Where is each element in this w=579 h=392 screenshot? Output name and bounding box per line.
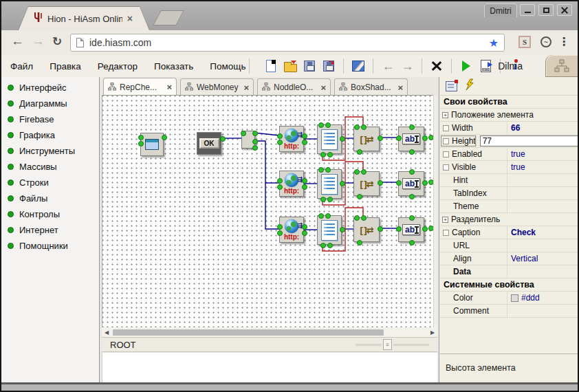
events-lightning-icon[interactable] — [466, 78, 474, 94]
port-dot[interactable] — [354, 169, 360, 175]
port-dot[interactable] — [357, 194, 362, 199]
compile-button[interactable]: 0101 — [477, 58, 494, 74]
wire[interactable] — [254, 133, 279, 135]
property-row-data[interactable]: Data — [440, 265, 578, 279]
port-dot[interactable] — [340, 136, 345, 142]
port-dot[interactable] — [409, 149, 415, 155]
property-row-visible[interactable]: Visibletrue — [440, 161, 578, 174]
port-dot[interactable] — [162, 135, 167, 140]
url-text[interactable]: ide.hiasm.com — [89, 37, 483, 48]
property-value[interactable] — [507, 265, 578, 278]
component-http[interactable]: ⇶http: — [279, 217, 304, 243]
property-row-hint[interactable]: Hint — [440, 174, 578, 187]
menu-показать[interactable]: Показать — [154, 61, 193, 72]
port-dot[interactable] — [318, 122, 324, 128]
property-value[interactable]: #ddd — [507, 292, 578, 304]
titlebar[interactable]: Hion - HiAsm Online × Dmitri — [1, 1, 578, 30]
edit-scheme-button[interactable] — [350, 58, 367, 74]
property-checkbox[interactable] — [443, 164, 449, 171]
component-text[interactable]: ab — [398, 217, 424, 242]
property-value-input[interactable] — [480, 135, 579, 146]
port-dot[interactable] — [378, 180, 383, 186]
port-dot[interactable] — [422, 135, 428, 141]
port-dot[interactable] — [327, 152, 333, 157]
component-text[interactable]: ab — [398, 127, 424, 151]
component-text[interactable]: ab — [398, 171, 424, 196]
sidebar-item-инструменты[interactable]: Инструменты — [1, 143, 99, 159]
port-dot[interactable] — [241, 131, 246, 136]
scroll-right-icon[interactable]: ▶ — [428, 329, 437, 336]
property-value[interactable]: true — [507, 161, 578, 173]
property-row-align[interactable]: AlignVertical — [440, 252, 578, 265]
run-button[interactable] — [458, 58, 474, 74]
save-button[interactable] — [301, 58, 318, 74]
port-dot[interactable] — [422, 180, 428, 186]
port-dot[interactable] — [302, 178, 307, 184]
sidebar-item-файлы[interactable]: Файлы — [1, 190, 99, 206]
reload-icon[interactable]: ↻ — [52, 34, 62, 49]
property-row-url[interactable]: URL — [440, 239, 578, 252]
port-dot[interactable] — [361, 124, 367, 130]
wire[interactable] — [254, 141, 279, 229]
port-dot[interactable] — [252, 139, 258, 144]
editor-tab-close-icon[interactable]: × — [320, 83, 326, 93]
component-doc[interactable] — [317, 169, 342, 199]
new-scheme-button[interactable] — [263, 58, 279, 74]
property-value[interactable] — [507, 200, 578, 213]
port-dot[interactable] — [277, 133, 283, 139]
forward-icon[interactable]: → — [32, 34, 45, 49]
redo-button[interactable]: → — [399, 58, 415, 74]
structure-panel-toggle-button[interactable] — [545, 55, 578, 77]
port-dot[interactable] — [396, 180, 402, 186]
expander-icon[interactable]: + — [442, 112, 448, 118]
port-dot[interactable] — [302, 224, 307, 230]
property-row-width[interactable]: Width66 — [440, 122, 578, 135]
sidebar-item-графика[interactable]: Графика — [1, 127, 99, 143]
property-value[interactable]: Check — [507, 226, 578, 239]
sidebar-item-firebase[interactable]: Firebase — [1, 111, 99, 127]
port-dot[interactable] — [302, 140, 307, 145]
port-dot[interactable] — [340, 227, 345, 232]
port-dot[interactable] — [277, 184, 283, 190]
port-dot[interactable] — [320, 197, 326, 202]
editor-tab[interactable]: WebMoney× — [180, 78, 254, 96]
schema-canvas[interactable]: OK⇶http:[ ]⇄ab⇶http:[ ]⇄ab⇶http:[ ]⇄ab — [102, 95, 433, 327]
root-label[interactable]: ROOT — [110, 340, 356, 350]
edge-port-dot[interactable] — [428, 135, 433, 140]
port-dot[interactable] — [325, 213, 331, 219]
property-checkbox[interactable] — [443, 125, 449, 131]
editor-tab-close-icon[interactable]: × — [166, 82, 172, 92]
property-row-caption[interactable]: CaptionCheck — [440, 226, 578, 239]
port-dot[interactable] — [138, 135, 144, 140]
property-row-height[interactable]: Height.. — [440, 135, 578, 148]
extension-icon[interactable]: S — [518, 36, 531, 48]
port-dot[interactable] — [357, 240, 362, 246]
property-row-comment[interactable]: Comment — [440, 305, 578, 318]
delete-button[interactable] — [428, 58, 445, 74]
component-regex[interactable]: [ ]⇄ — [353, 127, 380, 151]
scroll-thumb[interactable] — [113, 329, 384, 336]
component-doc[interactable] — [317, 124, 342, 154]
port-dot[interactable] — [327, 197, 333, 202]
schema-breadcrumb[interactable]: ROOT ≡ — [102, 337, 437, 352]
port-dot[interactable] — [327, 243, 333, 248]
edge-port-dot[interactable] — [428, 226, 433, 231]
port-dot[interactable] — [252, 131, 258, 136]
port-dot[interactable] — [409, 215, 415, 221]
properties-icon[interactable] — [446, 81, 457, 91]
port-dot[interactable] — [138, 141, 144, 146]
property-value[interactable]: Vertical — [507, 252, 578, 265]
port-dot[interactable] — [302, 133, 307, 139]
editor-tab-close-icon[interactable]: × — [397, 83, 403, 93]
port-dot[interactable] — [409, 169, 415, 175]
port-dot[interactable] — [422, 226, 428, 232]
property-value[interactable]: 66 — [507, 122, 578, 134]
property-value[interactable] — [507, 187, 578, 199]
port-dot[interactable] — [396, 135, 402, 141]
editor-tab-close-icon[interactable]: × — [243, 83, 249, 93]
property-row-color[interactable]: Color#ddd — [440, 292, 578, 305]
property-checkbox[interactable] — [443, 151, 449, 157]
port-dot[interactable] — [277, 230, 283, 236]
component-form[interactable] — [140, 133, 164, 156]
port-dot[interactable] — [320, 243, 326, 248]
